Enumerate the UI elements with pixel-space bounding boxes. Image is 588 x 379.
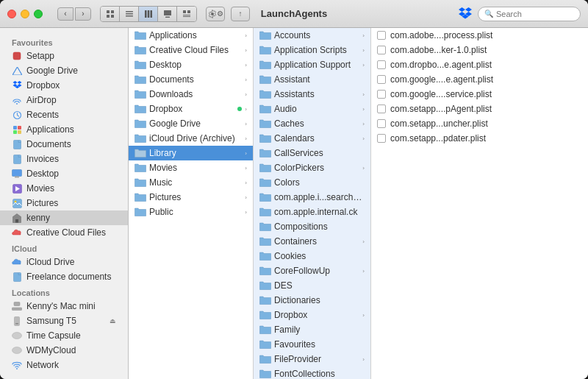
file-item-pictures[interactable]: Pictures › <box>129 190 253 205</box>
file-item-dropbox[interactable]: Dropbox › <box>129 102 253 116</box>
file-item-caches[interactable]: Caches › <box>254 116 370 131</box>
gear-action-button[interactable]: ⚙ <box>206 7 225 21</box>
file-item-desktop[interactable]: Desktop › <box>129 57 253 72</box>
file-item-colors[interactable]: Colors <box>254 175 370 190</box>
search-input[interactable] <box>496 10 574 18</box>
minimize-button[interactable] <box>21 10 29 18</box>
file-item-public[interactable]: Public › <box>129 205 253 219</box>
checkbox-google-service[interactable] <box>377 90 386 99</box>
sidebar-item-pictures[interactable]: Pictures <box>0 196 128 210</box>
search-box[interactable]: 🔍 <box>478 7 581 21</box>
folder-icon <box>135 60 146 71</box>
sidebar-item-airdrop[interactable]: AirDrop <box>0 93 128 107</box>
file-item-colorpickers[interactable]: ColorPickers › <box>254 160 370 175</box>
checkbox-google-agent[interactable] <box>377 75 386 84</box>
checkbox-adobe-ker[interactable] <box>377 46 386 54</box>
plist-google-service[interactable]: com.google....service.plist <box>371 87 588 102</box>
file-item-family[interactable]: Family <box>254 322 370 337</box>
nav-buttons: ‹ › <box>57 7 91 21</box>
list-view-button[interactable] <box>120 7 139 21</box>
file-item-documents[interactable]: Documents › <box>129 72 253 87</box>
eject-icon[interactable]: ⏏ <box>110 317 116 325</box>
plist-google-agent[interactable]: com.google....e.agent.plist <box>371 72 588 87</box>
sidebar-item-samsung-t5[interactable]: Samsung T5 ⏏ <box>0 314 128 328</box>
sidebar-item-desktop[interactable]: Desktop <box>0 166 128 181</box>
sidebar-item-documents[interactable]: Documents <box>0 137 128 152</box>
file-item-assistants[interactable]: Assistants › <box>254 87 370 102</box>
sidebar-item-google-drive[interactable]: Google Drive <box>0 63 128 78</box>
forward-button[interactable]: › <box>75 7 91 21</box>
file-item-containers[interactable]: Containers › <box>254 234 370 249</box>
file-item-accounts[interactable]: Accounts › <box>254 28 370 43</box>
sidebar-item-network[interactable]: Network <box>0 358 128 372</box>
file-item-favourites[interactable]: Favourites <box>254 337 370 352</box>
plist-setapp-uncher[interactable]: com.setapp...uncher.plist <box>371 116 588 131</box>
file-item-downloads[interactable]: Downloads › <box>129 87 253 102</box>
sidebar-item-dropbox[interactable]: Dropbox <box>0 78 128 93</box>
file-item-cookies[interactable]: Cookies <box>254 249 370 263</box>
sidebar-item-time-capsule[interactable]: Time Capsule <box>0 328 128 343</box>
sidebar-item-invoices[interactable]: Invoices <box>0 152 128 166</box>
plist-adobe-process[interactable]: com.adobe....process.plist <box>371 28 588 43</box>
plist-dropbox-agent[interactable]: com.dropbo...e.agent.plist <box>371 57 588 72</box>
file-item-des[interactable]: DES <box>254 278 370 293</box>
share-button[interactable]: ↑ <box>231 7 250 21</box>
group-view-button[interactable] <box>177 7 196 21</box>
file-item-icloud-archive[interactable]: iCloud Drive (Archive) › <box>129 131 253 146</box>
checkbox-setapp-uncher[interactable] <box>377 119 386 128</box>
file-item-movies[interactable]: Movies › <box>129 160 253 175</box>
file-item-compositions[interactable]: Compositions <box>254 219 370 234</box>
dropbox2-name: Dropbox <box>274 310 359 320</box>
checkbox-setapp-pdater[interactable] <box>377 134 386 143</box>
folder-icon <box>259 295 271 306</box>
gallery-view-button[interactable] <box>158 7 177 21</box>
file-item-music[interactable]: Music › <box>129 175 253 190</box>
maximize-button[interactable] <box>34 10 43 18</box>
plist-setapp-pdater[interactable]: com.setapp...pdater.plist <box>371 131 588 146</box>
file-item-corefollowup[interactable]: CoreFollowUp › <box>254 263 370 278</box>
chevron-icon: › <box>245 121 247 127</box>
sidebar-item-kennys-mac[interactable]: Kenny's Mac mini <box>0 299 128 314</box>
sidebar-item-setapp[interactable]: Setapp <box>0 49 128 63</box>
file-item-app-scripts[interactable]: Application Scripts › <box>254 43 370 57</box>
sidebar-item-recents[interactable]: Recents <box>0 107 128 122</box>
checkbox-dropbox[interactable] <box>377 60 386 69</box>
file-item-assistant[interactable]: Assistant <box>254 72 370 87</box>
icon-view-button[interactable] <box>101 7 120 21</box>
checkbox-adobe-process[interactable] <box>377 31 386 40</box>
file-item-audio[interactable]: Audio › <box>254 102 370 116</box>
file-item-library[interactable]: Library › <box>129 146 253 160</box>
file-item-app-support[interactable]: Application Support › <box>254 57 370 72</box>
sidebar-item-creative-cloud-files[interactable]: Creative Cloud Files <box>0 225 128 240</box>
back-button[interactable]: ‹ <box>57 7 74 21</box>
file-item-applications[interactable]: Applications › <box>129 28 253 43</box>
dropbox-toolbar-icon[interactable] <box>457 6 473 22</box>
sidebar-item-wdmycloud[interactable]: WDMyCloud <box>0 343 128 358</box>
file-item-fontcollections[interactable]: FontCollections <box>254 366 370 379</box>
sidebar-item-kenny[interactable]: kenny <box>0 210 128 225</box>
file-item-searchpartyd[interactable]: com.apple.i...searchpartyd <box>254 190 370 205</box>
file-item-fileprovider[interactable]: FileProvider › <box>254 352 370 366</box>
fontcollections-name: FontCollections <box>274 369 365 379</box>
svg-rect-35 <box>12 308 22 311</box>
checkbox-setapp-pagent[interactable] <box>377 105 386 113</box>
sidebar-item-icloud-drive[interactable]: iCloud Drive <box>0 255 128 269</box>
column-view-button[interactable] <box>139 7 158 21</box>
chevron-icon: › <box>245 32 247 39</box>
file-item-internal[interactable]: com.apple.internal.ck <box>254 205 370 219</box>
chevron-icon: › <box>245 47 247 54</box>
file-item-google-drive[interactable]: Google Drive › <box>129 116 253 131</box>
sidebar-item-freelance-docs[interactable]: Freelance documents <box>0 269 128 284</box>
close-button[interactable] <box>7 10 16 18</box>
plist-setapp-pagent[interactable]: com.setapp....pAgent.plist <box>371 102 588 116</box>
sidebar-item-applications[interactable]: Applications <box>0 122 128 137</box>
file-item-dictionaries[interactable]: Dictionaries <box>254 293 370 308</box>
plist-adobe-ker[interactable]: com.adobe...ker-1.0.plist <box>371 43 588 57</box>
file-item-creative-cloud[interactable]: Creative Cloud Files › <box>129 43 253 57</box>
file-item-calendars[interactable]: Calendars › <box>254 131 370 146</box>
file-item-callservices[interactable]: CallServices <box>254 146 370 160</box>
chevron-icon: › <box>362 47 365 54</box>
sidebar-item-movies[interactable]: Movies <box>0 181 128 196</box>
file-item-dropbox2[interactable]: Dropbox › <box>254 308 370 322</box>
green-dot <box>237 107 242 111</box>
